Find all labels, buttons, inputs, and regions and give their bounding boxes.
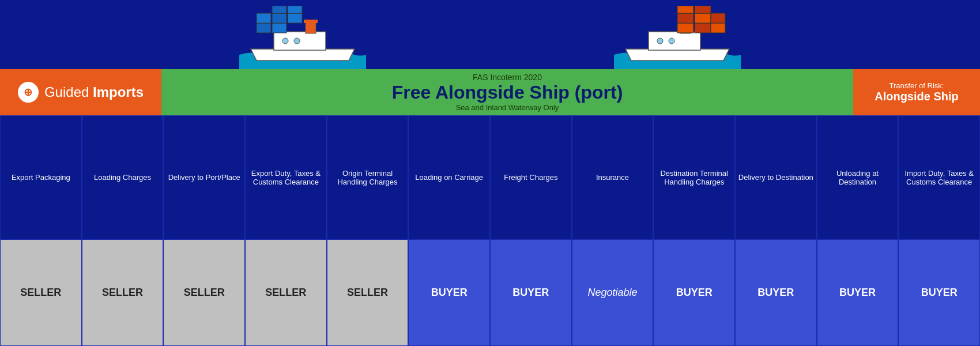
svg-rect-11	[288, 6, 302, 13]
svg-rect-21	[695, 13, 711, 23]
svg-rect-1	[306, 22, 316, 33]
svg-rect-18	[695, 23, 711, 33]
col-value-export-duty: SELLER	[245, 239, 327, 346]
col-header-loading-charges: Loading Charges	[82, 115, 164, 239]
col-value-delivery-to-port: SELLER	[163, 239, 245, 346]
title-section: FAS Incoterm 2020 Free Alongside Ship (p…	[161, 69, 853, 115]
svg-point-16	[669, 38, 674, 44]
svg-rect-8	[272, 13, 287, 23]
table-section: Export PackagingLoading ChargesDelivery …	[0, 115, 980, 346]
svg-rect-7	[257, 13, 271, 23]
col-header-freight-charges: Freight Charges	[490, 115, 572, 239]
risk-value: Alongside Ship	[875, 90, 959, 103]
svg-rect-2	[304, 20, 318, 23]
ships-row	[0, 0, 980, 69]
svg-rect-22	[711, 13, 725, 23]
incoterm-subtitle: Sea and Inland Waterway Only	[456, 103, 559, 112]
col-value-loading-on-carriage: BUYER	[408, 239, 490, 346]
col-header-import-duty: Import Duty, Taxes & Customs Clearance	[898, 115, 980, 239]
col-value-import-duty: BUYER	[898, 239, 980, 346]
col-value-origin-terminal: SELLER	[327, 239, 409, 346]
col-header-export-duty: Export Duty, Taxes & Customs Clearance	[245, 115, 327, 239]
col-value-export-packaging: SELLER	[0, 239, 82, 346]
col-header-unloading-at-destination: Unloading at Destination	[817, 115, 899, 239]
col-header-origin-terminal: Origin Terminal Handling Charges	[327, 115, 409, 239]
header-bar: ⊕ Guided Imports FAS Incoterm 2020 Free …	[0, 69, 980, 115]
risk-label: Transfer of Risk:	[889, 81, 944, 90]
svg-rect-6	[272, 23, 287, 33]
svg-rect-5	[257, 23, 271, 33]
col-value-unloading-at-destination: BUYER	[817, 239, 899, 346]
logo-text-normal: Guided	[44, 84, 89, 100]
table-grid: Export PackagingLoading ChargesDelivery …	[0, 115, 980, 346]
col-value-delivery-to-destination: BUYER	[735, 239, 817, 346]
col-value-freight-charges: BUYER	[490, 239, 572, 346]
svg-rect-17	[677, 23, 693, 33]
svg-rect-23	[677, 6, 693, 13]
svg-rect-20	[677, 13, 693, 23]
svg-point-3	[282, 38, 288, 44]
page-wrapper: ⊕ Guided Imports FAS Incoterm 2020 Free …	[0, 0, 980, 346]
ship-right-icon	[614, 6, 741, 69]
col-value-loading-charges: SELLER	[82, 239, 164, 346]
svg-point-15	[657, 38, 663, 44]
col-header-insurance: Insurance	[572, 115, 654, 239]
risk-section: Transfer of Risk: Alongside Ship	[853, 69, 980, 115]
col-header-destination-terminal: Destination Terminal Handling Charges	[653, 115, 735, 239]
col-header-delivery-to-destination: Delivery to Destination	[735, 115, 817, 239]
logo-icon: ⊕	[18, 82, 39, 103]
svg-rect-10	[272, 6, 287, 13]
svg-rect-19	[711, 23, 725, 33]
logo-text-bold: Imports	[93, 84, 144, 100]
logo-section: ⊕ Guided Imports	[0, 69, 161, 115]
col-value-destination-terminal: BUYER	[653, 239, 735, 346]
svg-point-4	[294, 38, 300, 44]
incoterm-label: FAS Incoterm 2020	[473, 73, 542, 82]
incoterm-title: Free Alongside Ship (port)	[392, 82, 623, 103]
logo-text: Guided Imports	[44, 84, 144, 100]
ship-left-icon	[239, 6, 366, 69]
svg-rect-24	[695, 6, 711, 13]
svg-rect-9	[288, 13, 302, 23]
col-header-export-packaging: Export Packaging	[0, 115, 82, 239]
col-value-insurance: Negotiable	[572, 239, 654, 346]
col-header-delivery-to-port: Delivery to Port/Place	[163, 115, 245, 239]
col-header-loading-on-carriage: Loading on Carriage	[408, 115, 490, 239]
